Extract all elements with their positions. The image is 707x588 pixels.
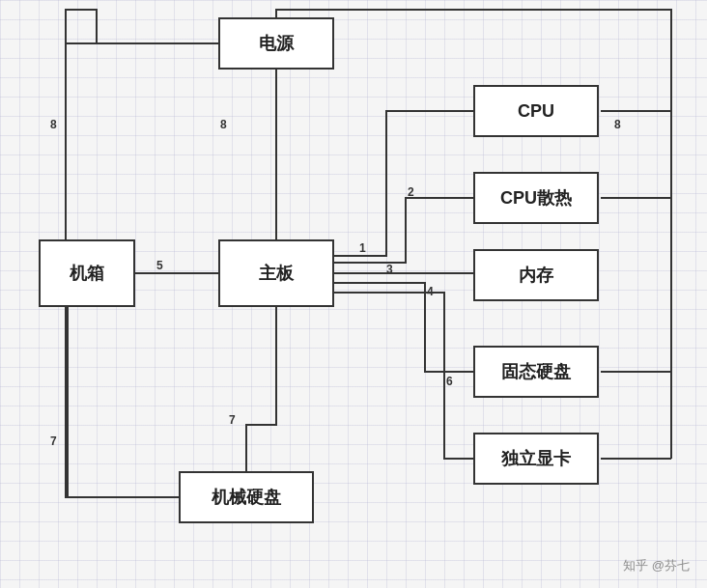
ram-box: 内存 (473, 249, 599, 301)
ssd-box: 固态硬盘 (473, 346, 599, 398)
label-7a: 7 (50, 434, 57, 448)
chassis-box: 机箱 (39, 239, 135, 307)
mainboard-box: 主板 (218, 239, 334, 307)
label-2: 2 (408, 185, 414, 199)
cpucool-box: CPU散热 (473, 172, 599, 224)
gpu-box: 独立显卡 (473, 433, 599, 485)
label-5: 5 (156, 259, 163, 272)
label-8c: 8 (614, 118, 621, 131)
cpu-box: CPU (473, 85, 599, 137)
label-8b: 8 (220, 118, 227, 131)
label-4: 4 (427, 285, 434, 298)
label-8a: 8 (50, 118, 57, 131)
hdd-box: 机械硬盘 (179, 471, 314, 523)
power-box: 电源 (218, 17, 334, 70)
label-1: 1 (359, 241, 366, 255)
label-3: 3 (386, 263, 393, 276)
watermark: 知乎 @芬七 (623, 557, 690, 574)
label-6: 6 (446, 375, 453, 388)
label-7b: 7 (229, 413, 236, 427)
diagram-canvas: 电源 主板 机箱 机械硬盘 CPU CPU散热 内存 固态硬盘 独立显卡 1 2… (0, 0, 707, 588)
